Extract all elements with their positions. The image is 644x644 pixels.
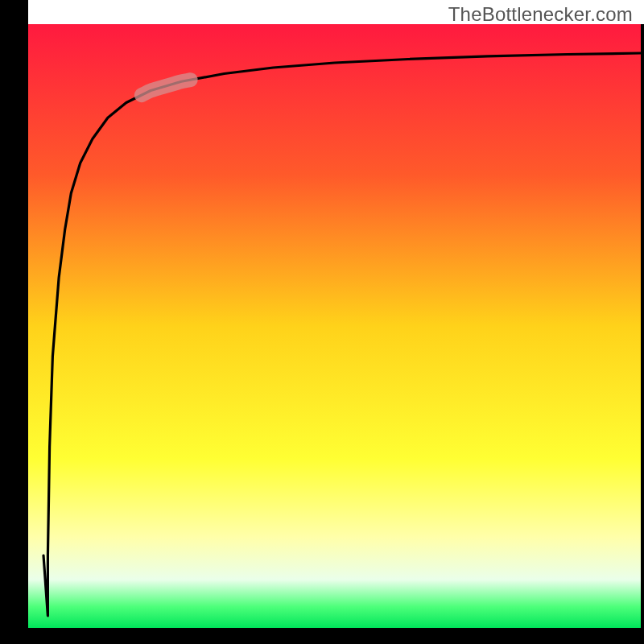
axis-bottom-bar <box>0 628 644 644</box>
plot-background <box>28 24 641 628</box>
axis-right-edge <box>641 24 644 636</box>
bottleneck-chart <box>0 0 644 644</box>
axis-left-bar <box>0 0 28 644</box>
chart-frame: TheBottlenecker.com <box>0 0 644 644</box>
watermark-label: TheBottlenecker.com <box>448 3 633 26</box>
